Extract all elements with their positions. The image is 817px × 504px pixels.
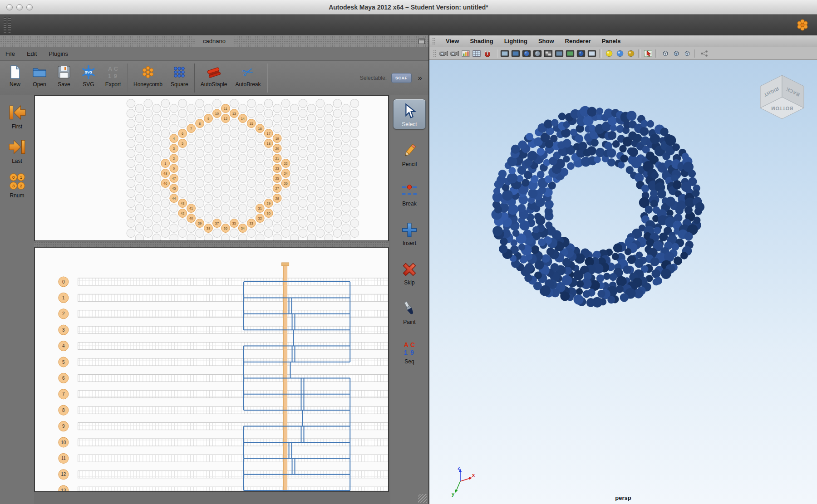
textured-display-icon[interactable] (521, 49, 532, 59)
pencil-icon (393, 142, 426, 161)
open-button[interactable]: Open (27, 61, 52, 95)
insert-tool[interactable]: Insert (393, 218, 426, 248)
paint-tool[interactable]: Paint (393, 297, 426, 327)
toolbar-overflow-chevron[interactable]: » (416, 73, 424, 83)
seq-tool[interactable]: AC19Seq (393, 337, 426, 366)
cadnano-plugin-flower-icon[interactable] (795, 18, 810, 32)
svg-text:29: 29 (267, 201, 271, 206)
view-splitter[interactable] (34, 241, 389, 247)
svg-text:32: 32 (258, 216, 262, 220)
viewport-menu-view[interactable]: View (440, 38, 464, 44)
isolate-select-icon[interactable] (643, 49, 654, 59)
svg-text:12: 12 (61, 472, 66, 477)
svg-text:3: 3 (62, 328, 65, 333)
hypergraph-icon[interactable] (699, 49, 710, 59)
last-button[interactable]: Last (2, 137, 32, 164)
slice-view[interactable]: 0123456789101112131415161718192021222324… (34, 95, 389, 241)
iconbar-separator (655, 49, 658, 58)
display-cube-smooth-icon[interactable] (660, 49, 671, 59)
xray-display-icon[interactable] (554, 49, 565, 59)
viewport-menu-renderer[interactable]: Renderer (560, 38, 596, 44)
text-display-icon[interactable] (586, 49, 597, 59)
shelf-grip[interactable] (4, 17, 6, 33)
texture-view-icon[interactable] (576, 49, 586, 59)
svg-text:26: 26 (284, 181, 287, 186)
save-button[interactable]: Save (52, 61, 76, 95)
svg-text:9: 9 (62, 424, 65, 429)
autostaple-button[interactable]: AutoStaple (197, 61, 231, 95)
autobreak-button[interactable]: ✂AutoBreak (231, 61, 265, 95)
main-area: cadnano FileEditPlugins NewOpenSaveSVGSV… (0, 35, 817, 504)
scaf-toggle-button[interactable]: SCAF (391, 73, 412, 83)
export-button[interactable]: AC19Export (101, 61, 125, 95)
resize-grip[interactable] (418, 494, 427, 503)
svg-text:7: 7 (190, 127, 192, 131)
viewport-menubar-grip[interactable] (432, 38, 436, 45)
new-button[interactable]: New (3, 61, 27, 95)
svg-text:18: 18 (267, 142, 271, 146)
viewport-menu-show[interactable]: Show (533, 38, 560, 44)
perspective-viewport[interactable]: RIGHTBACKBOTTOM z x y persp (429, 60, 817, 504)
window-title: Autodesk Maya 2012 x64 – Student Version… (0, 0, 817, 15)
rnum-button[interactable]: 0132Rnum (2, 171, 32, 199)
skip-tool[interactable]: Skip (393, 258, 426, 287)
svg-text:15: 15 (250, 122, 253, 126)
svg-button[interactable]: SVGSVG (76, 61, 101, 95)
svg-text:5: 5 (62, 360, 65, 365)
svg-text:12: 12 (224, 117, 227, 121)
cadnano-menu-edit[interactable]: Edit (27, 50, 37, 57)
view-cube[interactable]: RIGHTBACKBOTTOM (757, 72, 808, 122)
float-panel-icon[interactable] (418, 39, 425, 44)
cadnano-menu-file[interactable]: File (5, 50, 15, 57)
dna-ring-model[interactable] (429, 60, 817, 504)
svg-text:C: C (410, 341, 415, 348)
viewport-menu-shading[interactable]: Shading (464, 38, 498, 44)
display-cube-wire-icon[interactable] (682, 49, 693, 59)
shelf-grip[interactable] (8, 17, 11, 33)
viewport-menu-panels[interactable]: Panels (596, 38, 626, 44)
lighting-display-icon[interactable] (532, 49, 543, 59)
snap-camera-icon[interactable] (438, 49, 449, 59)
iconbar-separator (694, 49, 697, 58)
cadnano-panel-titlebar[interactable]: cadnano (0, 35, 428, 47)
image-plane-icon[interactable] (460, 49, 471, 59)
honeycomb-button[interactable]: Honeycomb (129, 61, 167, 95)
select-tool[interactable]: Select (393, 99, 426, 129)
wireframe-display-icon[interactable] (499, 49, 510, 59)
viewport-menu-lighting[interactable]: Lighting (499, 38, 533, 44)
svg-text:40: 40 (189, 216, 193, 220)
svg-text:34: 34 (241, 226, 245, 230)
break-tool[interactable]: Break (393, 179, 426, 208)
display-cube-hull-icon[interactable] (671, 49, 682, 59)
grid-display-icon[interactable] (471, 49, 482, 59)
default-light-icon[interactable] (604, 49, 615, 59)
svg-text:9: 9 (410, 349, 414, 356)
square-button[interactable]: Square (167, 61, 192, 95)
toolbar-separator (194, 64, 195, 93)
svg-text:5: 5 (182, 142, 183, 146)
selectable-block: Selectable: SCAF » (360, 61, 426, 95)
panel-grip[interactable] (433, 50, 436, 57)
os-titlebar: Autodesk Maya 2012 x64 – Student Version… (0, 0, 817, 15)
svg-text:A: A (108, 65, 112, 72)
camera-settings-icon[interactable] (565, 49, 576, 59)
selected-lights-icon[interactable] (625, 49, 636, 59)
svg-text:19: 19 (275, 137, 279, 141)
path-view[interactable]: 012345678910111213 (34, 247, 389, 492)
shaded-display-icon[interactable] (510, 49, 521, 59)
all-lights-icon[interactable] (615, 49, 625, 59)
viewport-panel: ViewShadingLightingShowRendererPanels RI… (429, 35, 817, 504)
checker-display-icon[interactable] (543, 49, 554, 59)
svg-text:36: 36 (224, 226, 227, 230)
svg-text:4: 4 (62, 343, 65, 348)
bookmark-camera-icon[interactable] (449, 49, 460, 59)
snap-magnet-icon[interactable] (482, 49, 493, 59)
svg-text:3: 3 (12, 183, 14, 188)
selectable-label: Selectable: (360, 75, 387, 81)
svg-text:16: 16 (258, 127, 262, 131)
cadnano-panel: cadnano FileEditPlugins NewOpenSaveSVGSV… (0, 35, 428, 504)
svg-text:46: 46 (163, 181, 167, 186)
first-button[interactable]: First (2, 103, 32, 130)
cadnano-menu-plugins[interactable]: Plugins (49, 50, 68, 57)
pencil-tool[interactable]: Pencil (393, 139, 426, 169)
